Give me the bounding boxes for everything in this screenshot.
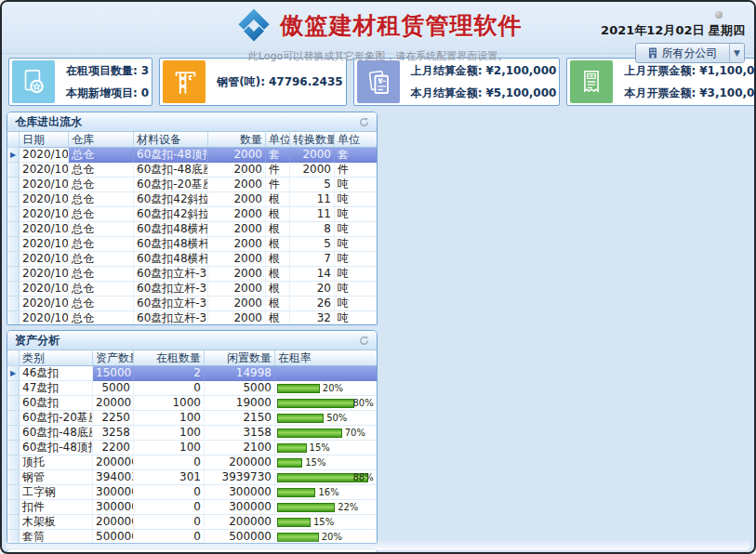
- stat-card-projects: 在租项目数量:3 本期新增项目:0: [8, 58, 153, 106]
- column-header[interactable]: 单位: [335, 132, 378, 148]
- table-cell: 2: [134, 366, 205, 381]
- table-row[interactable]: 木架板200000020000015%: [7, 515, 377, 530]
- table-cell: 3258: [93, 426, 134, 441]
- table-row[interactable]: 60盘扣-20基座2250100215050%: [7, 411, 377, 426]
- table-cell: 60盘扣: [20, 396, 93, 411]
- rent-rate-label: 50%: [326, 411, 347, 425]
- table-cell: 吨: [335, 282, 378, 297]
- table-cell: 8: [290, 222, 335, 237]
- table-cell: 300000: [93, 485, 134, 500]
- table-cell: 总仓: [69, 207, 134, 222]
- table-row[interactable]: 2020/10/5总仓60盘扣立杆-3....2000根14吨: [7, 267, 377, 282]
- table-row[interactable]: 2020/10/5总仓60盘扣-20基座...2000件5吨: [7, 178, 377, 192]
- table-cell: 46盘扣: [20, 366, 93, 381]
- table-cell: 3939730: [205, 470, 275, 485]
- table-row[interactable]: 2020/10/5总仓60盘扣立杆-3....2000根32吨: [7, 311, 377, 325]
- table-cell: 2020/10/5: [20, 237, 69, 252]
- table-row[interactable]: 顶托200000020000015%: [7, 455, 377, 470]
- column-header[interactable]: 单位: [266, 132, 290, 148]
- table-cell: 60盘扣-48底座...: [134, 163, 208, 178]
- rent-rate-bar: [277, 503, 335, 512]
- table-cell: 2150: [205, 411, 275, 426]
- app-window: 傲篮建材租赁管理软件 此Logo可以替换成其它形象图，请在系统配置界面设置。 2…: [0, 0, 756, 554]
- table-cell: 吨: [335, 297, 378, 311]
- table-cell: 200000: [205, 515, 275, 530]
- table-row[interactable]: 60盘扣2000010001900080%: [7, 396, 377, 411]
- column-header[interactable]: 闲置数量: [205, 350, 275, 366]
- column-header[interactable]: 类别: [20, 350, 93, 366]
- stat-label: 在租项目数量:: [66, 64, 138, 77]
- table-cell: 吨: [335, 178, 378, 192]
- table-row[interactable]: 60盘扣-48底座3258100315870%: [7, 426, 377, 441]
- table-cell: 2000: [208, 148, 266, 163]
- table-cell: 扣件: [20, 500, 93, 515]
- table-cell: 套筒: [20, 530, 93, 544]
- row-indicator: [7, 178, 20, 192]
- stat-label: 钢管(吨):: [217, 75, 265, 88]
- column-header[interactable]: 日期: [20, 132, 69, 148]
- table-row[interactable]: 2020/10/5总仓60盘扣立杆-3....2000根20吨: [7, 282, 377, 297]
- table-row[interactable]: 工字钢300000030000016%: [7, 485, 377, 500]
- branch-selector[interactable]: 所有分公司 ▼: [635, 43, 745, 63]
- dropdown-arrow-button[interactable]: ▼: [729, 44, 744, 62]
- table-cell: 3158: [205, 426, 275, 441]
- rent-rate-bar: [277, 443, 307, 453]
- table-cell: 2020/10/5: [20, 178, 69, 192]
- table-cell: 件: [266, 163, 290, 178]
- column-header[interactable]: 材料设备: [134, 132, 208, 148]
- table-row[interactable]: 扣件300000030000022%: [7, 500, 377, 515]
- column-header[interactable]: 在租数量: [134, 350, 205, 366]
- table-cell: 2000: [208, 297, 266, 311]
- row-indicator: [7, 297, 20, 311]
- stat-label: 上月开票金额:: [624, 64, 696, 77]
- panel-title: 仓库进出流水: [15, 114, 82, 130]
- column-header[interactable]: 数量: [208, 132, 266, 148]
- table-cell: 吨: [335, 192, 378, 207]
- rent-rate-bar: [277, 414, 324, 423]
- stat-value: ¥2,100,000: [485, 64, 556, 77]
- table-row[interactable]: 60盘扣-48顶托2200100210015%: [7, 441, 377, 455]
- rent-rate-label: 20%: [323, 381, 343, 395]
- building-icon: [648, 47, 657, 59]
- column-header[interactable]: 在租率: [275, 350, 378, 366]
- refresh-icon[interactable]: [357, 115, 371, 129]
- table-cell: 2000: [208, 192, 266, 207]
- date-label: 2021年12月02日 星期四: [601, 22, 745, 39]
- table-row[interactable]: 钢管3940031301393973088%: [7, 470, 377, 485]
- table-row[interactable]: 套筒500000050000020%: [7, 530, 377, 544]
- table-cell: 总仓: [69, 222, 134, 237]
- table-row[interactable]: ▶2020/10/5总仓60盘扣-48顶托...2000套2000套: [7, 148, 377, 163]
- column-header[interactable]: 转换数量: [290, 132, 335, 148]
- table-cell: 根: [266, 252, 290, 267]
- table-cell: 2000: [208, 252, 266, 267]
- table-cell: 2020/10/5: [20, 252, 69, 267]
- table-row[interactable]: 2020/10/5总仓60盘扣48横杆-...2000根8吨: [7, 222, 377, 237]
- stat-card-steel-pipe: 钢管(吨):47796.2435: [159, 58, 347, 106]
- table-row[interactable]: 2020/10/5总仓60盘扣42斜拉...2000根11吨: [7, 207, 377, 222]
- table-cell: 总仓: [69, 237, 134, 252]
- table-cell: 根: [266, 311, 290, 325]
- column-header[interactable]: 资产数量: [93, 350, 134, 366]
- stat-label: 本期新增项目:: [66, 86, 138, 99]
- table-cell: 26: [290, 297, 335, 311]
- table-cell: 2200: [93, 441, 134, 455]
- asset-analysis-table: 类别资产数量在租数量闲置数量在租率▶46盘扣1500021499847盘扣500…: [7, 350, 377, 544]
- table-row[interactable]: 2020/10/5总仓60盘扣立杆-3....2000根26吨: [7, 297, 377, 311]
- table-row[interactable]: 2020/10/5总仓60盘扣-48底座...2000件2000件: [7, 163, 377, 178]
- table-cell: 吨: [335, 252, 378, 267]
- rent-rate-label: 15%: [305, 455, 325, 469]
- stat-value: 47796.2435: [269, 75, 343, 88]
- table-row[interactable]: 2020/10/5总仓60盘扣48横杆-...2000根5吨: [7, 237, 377, 252]
- stat-value: 0: [141, 86, 149, 99]
- crane-icon: [163, 60, 206, 103]
- rent-rate-label: 80%: [352, 396, 373, 410]
- table-row[interactable]: ▶46盘扣15000214998: [7, 366, 377, 381]
- table-row[interactable]: 47盘扣50000500020%: [7, 381, 377, 396]
- table-cell: 60盘扣42斜拉...: [134, 192, 208, 207]
- column-header[interactable]: 仓库: [69, 132, 134, 148]
- table-row[interactable]: 2020/10/5总仓60盘扣48横杆-...2000根7吨: [7, 252, 377, 267]
- table-row[interactable]: 2020/10/5总仓60盘扣42斜拉...2000根11吨: [7, 192, 377, 207]
- rent-rate-label: 88%: [352, 470, 373, 484]
- refresh-icon[interactable]: [357, 334, 371, 348]
- rent-rate-bar-cell: 50%: [275, 411, 378, 426]
